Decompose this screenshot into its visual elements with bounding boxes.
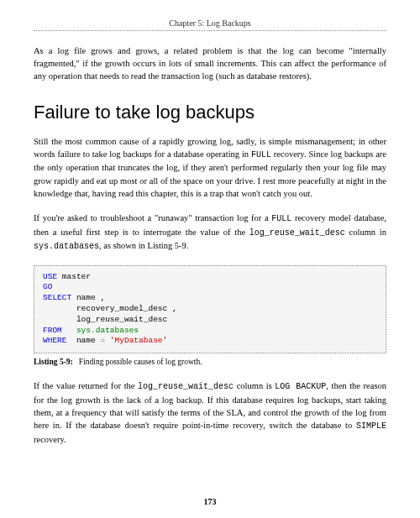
kw-go: GO — [43, 282, 52, 291]
kw-eq: = — [100, 336, 105, 345]
kw-master: master — [62, 272, 91, 281]
paragraph-3-text-b: column is — [234, 381, 275, 390]
paragraph-3-text-a: If the value returned for the — [34, 381, 138, 390]
listing-caption: Listing 5-9: Finding possible causes of … — [34, 358, 386, 366]
listing-label: Listing 5-9: — [34, 358, 73, 366]
paragraph-2-text-d: , as shown in Listing 5-9. — [99, 241, 188, 250]
paragraph-1-code-1: FULL — [251, 150, 271, 160]
intro-paragraph: As a log file grows and grows, a related… — [34, 44, 386, 83]
paragraph-2-code-3: sys.databases — [34, 242, 99, 251]
kw-where: WHERE — [43, 336, 67, 345]
kw-from: FROM — [43, 326, 62, 335]
paragraph-2: If you're asked to troubleshoot a "runaw… — [34, 212, 386, 254]
paragraph-3-code-3: SIMPLE — [356, 421, 386, 431]
kw-sysdb: sys.databases — [76, 326, 139, 335]
paragraph-3-code-2: LOG BACKUP — [275, 382, 326, 391]
code-listing: USE master GO SELECT name , recovery_mod… — [34, 265, 386, 354]
page-number: 173 — [0, 497, 420, 506]
kw-name-eq: name — [76, 336, 96, 345]
listing-caption-text: Finding possible causes of log growth. — [79, 358, 202, 366]
paragraph-2-text-a: If you're asked to troubleshoot a "runaw… — [34, 213, 271, 222]
kw-use: USE — [43, 272, 57, 281]
code-line-1: USE master — [43, 272, 377, 283]
code-line-7: WHERE name = 'MyDatabase' — [43, 336, 377, 347]
paragraph-3-code-1: log_reuse_wait_desc — [138, 382, 234, 391]
paragraph-2-code-2: log_reuse_wait_desc — [249, 228, 345, 238]
col-lrwd: log_reuse_wait_desc — [76, 315, 167, 324]
code-line-2: GO — [43, 282, 377, 293]
col-rmd: recovery_model_desc , — [76, 304, 177, 313]
paragraph-3: If the value returned for the log_reuse_… — [34, 379, 386, 446]
kw-mydb: 'MyDatabase' — [110, 336, 167, 345]
paragraph-1: Still the most common cause of a rapidly… — [34, 135, 386, 200]
col-name: name , — [76, 293, 105, 302]
code-line-3: SELECT name , — [43, 293, 377, 304]
paragraph-3-text-d: recovery. — [34, 435, 66, 444]
code-line-6: FROM sys.databases — [43, 326, 377, 337]
code-line-4: recovery_model_desc , — [43, 304, 377, 315]
section-heading: Failure to take log backups — [34, 102, 386, 123]
chapter-header: Chapter 5: Log Backups — [34, 18, 386, 31]
paragraph-2-code-1: FULL — [271, 214, 291, 223]
code-line-5: log_reuse_wait_desc — [43, 315, 377, 326]
kw-select: SELECT — [43, 293, 71, 302]
paragraph-2-text-c: column in — [345, 228, 386, 237]
